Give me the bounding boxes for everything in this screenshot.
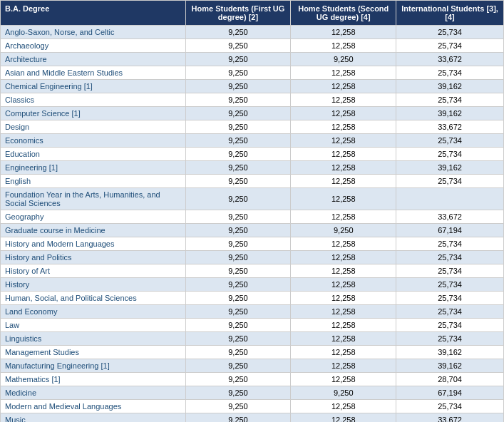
table-row: Design9,25012,25833,672: [1, 120, 504, 134]
home-second-fee: 12,258: [291, 332, 396, 346]
degree-name: Asian and Middle Eastern Studies: [1, 66, 186, 80]
intl-fee: 39,162: [396, 80, 504, 93]
home-second-fee: 12,258: [291, 80, 396, 93]
degree-name: Graduate course in Medicine: [1, 224, 186, 237]
home-first-fee: 9,250: [185, 305, 291, 319]
home-first-fee: 9,250: [185, 120, 291, 134]
degree-name: Archaeology: [1, 39, 186, 53]
home-first-fee: 9,250: [185, 400, 291, 413]
home-second-fee: 12,258: [291, 237, 396, 251]
intl-fee: 25,734: [396, 26, 504, 39]
intl-fee: 28,704: [396, 373, 504, 386]
degree-name: Computer Science [1]: [1, 107, 186, 120]
intl-fee: 25,734: [396, 319, 504, 332]
table-row: History9,25012,25825,734: [1, 278, 504, 292]
home-second-fee: 12,258: [291, 148, 396, 161]
home-second-fee: 12,258: [291, 188, 396, 210]
intl-fee: 25,734: [396, 175, 504, 188]
table-row: Management Studies9,25012,25839,162: [1, 346, 504, 359]
degree-name: Modern and Medieval Languages: [1, 400, 186, 413]
table-row: Geography9,25012,25833,672: [1, 210, 504, 224]
home-second-fee: 9,250: [291, 386, 396, 400]
table-row: Engineering [1]9,25012,25839,162: [1, 161, 504, 175]
table-row: Land Economy9,25012,25825,734: [1, 305, 504, 319]
degree-name: Medicine: [1, 386, 186, 400]
table-row: History and Modern Languages9,25012,2582…: [1, 237, 504, 251]
home-second-fee: 12,258: [291, 175, 396, 188]
degree-name: History of Art: [1, 264, 186, 278]
home-first-fee: 9,250: [185, 93, 291, 107]
intl-fee: [396, 188, 504, 210]
header-intl: International Students [3], [4]: [396, 1, 504, 26]
home-first-fee: 9,250: [185, 107, 291, 120]
home-second-fee: 12,258: [291, 373, 396, 386]
degree-name: Classics: [1, 93, 186, 107]
degree-name: History and Politics: [1, 251, 186, 264]
table-row: Modern and Medieval Languages9,25012,258…: [1, 400, 504, 413]
home-second-fee: 12,258: [291, 120, 396, 134]
home-second-fee: 12,258: [291, 413, 396, 423]
intl-fee: 25,734: [396, 264, 504, 278]
home-first-fee: 9,250: [185, 386, 291, 400]
intl-fee: 39,162: [396, 107, 504, 120]
home-second-fee: 12,258: [291, 264, 396, 278]
home-first-fee: 9,250: [185, 26, 291, 39]
degree-name: Linguistics: [1, 332, 186, 346]
intl-fee: 33,672: [396, 53, 504, 66]
home-first-fee: 9,250: [185, 264, 291, 278]
home-first-fee: 9,250: [185, 188, 291, 210]
home-first-fee: 9,250: [185, 332, 291, 346]
degree-name: Human, Social, and Political Sciences: [1, 292, 186, 305]
intl-fee: 33,672: [396, 210, 504, 224]
home-second-fee: 12,258: [291, 278, 396, 292]
degree-name: Economics: [1, 134, 186, 148]
home-first-fee: 9,250: [185, 224, 291, 237]
degree-name: History: [1, 278, 186, 292]
table-row: Human, Social, and Political Sciences9,2…: [1, 292, 504, 305]
degree-name: Education: [1, 148, 186, 161]
table-row: History and Politics9,25012,25825,734: [1, 251, 504, 264]
home-second-fee: 12,258: [291, 305, 396, 319]
home-first-fee: 9,250: [185, 134, 291, 148]
home-second-fee: 12,258: [291, 134, 396, 148]
home-first-fee: 9,250: [185, 39, 291, 53]
table-row: History of Art9,25012,25825,734: [1, 264, 504, 278]
header-home2: Home Students (Second UG degree) [4]: [291, 1, 396, 26]
table-row: Music9,25012,25833,672: [1, 413, 504, 423]
table-row: Archaeology9,25012,25825,734: [1, 39, 504, 53]
home-second-fee: 12,258: [291, 210, 396, 224]
intl-fee: 25,734: [396, 39, 504, 53]
home-first-fee: 9,250: [185, 237, 291, 251]
home-first-fee: 9,250: [185, 251, 291, 264]
degree-name: Anglo-Saxon, Norse, and Celtic: [1, 26, 186, 39]
table-row: Education9,25012,25825,734: [1, 148, 504, 161]
home-first-fee: 9,250: [185, 66, 291, 80]
intl-fee: 25,734: [396, 148, 504, 161]
table-row: Economics9,25012,25825,734: [1, 134, 504, 148]
table-row: Asian and Middle Eastern Studies9,25012,…: [1, 66, 504, 80]
home-second-fee: 12,258: [291, 39, 396, 53]
degree-name: Design: [1, 120, 186, 134]
table-row: Foundation Year in the Arts, Humanities,…: [1, 188, 504, 210]
intl-fee: 39,162: [396, 161, 504, 175]
degree-name: Management Studies: [1, 346, 186, 359]
table-row: Mathematics [1]9,25012,25828,704: [1, 373, 504, 386]
table-row: Chemical Engineering [1]9,25012,25839,16…: [1, 80, 504, 93]
intl-fee: 67,194: [396, 386, 504, 400]
degree-name: Manufacturing Engineering [1]: [1, 359, 186, 373]
intl-fee: 25,734: [396, 251, 504, 264]
home-first-fee: 9,250: [185, 161, 291, 175]
home-second-fee: 12,258: [291, 359, 396, 373]
header-degree: B.A. Degree: [1, 1, 186, 26]
home-second-fee: 12,258: [291, 251, 396, 264]
intl-fee: 25,734: [396, 292, 504, 305]
home-first-fee: 9,250: [185, 175, 291, 188]
intl-fee: 25,734: [396, 93, 504, 107]
table-row: Anglo-Saxon, Norse, and Celtic9,25012,25…: [1, 26, 504, 39]
degree-name: Architecture: [1, 53, 186, 66]
home-second-fee: 9,250: [291, 224, 396, 237]
home-first-fee: 9,250: [185, 292, 291, 305]
intl-fee: 67,194: [396, 224, 504, 237]
table-row: Graduate course in Medicine9,2509,25067,…: [1, 224, 504, 237]
home-first-fee: 9,250: [185, 53, 291, 66]
